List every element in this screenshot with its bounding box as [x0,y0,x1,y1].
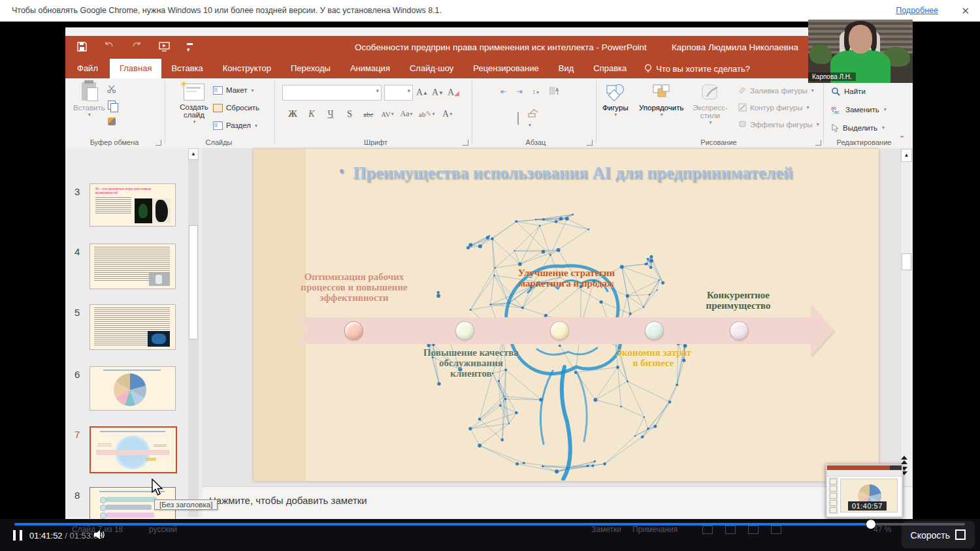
decrease-indent-button[interactable]: ⇤ [500,87,506,96]
paragraph-group-label: Абзац [477,138,595,146]
shape-fill-button[interactable]: Заливка фигуры▾ [738,84,819,97]
font-dialog-launcher[interactable] [463,140,468,146]
cut-button[interactable] [106,84,118,94]
thumb3-image-rabbit [135,198,152,223]
reset-button[interactable]: Сбросить [213,101,259,114]
status-language: русский [149,525,177,534]
tab-animations[interactable]: Анимация [340,59,400,78]
notification-details-link[interactable]: Подробнее [896,0,938,22]
thumbnail-scrollbar[interactable]: ▲ [188,148,199,517]
columns-button[interactable] [517,113,519,125]
account-name[interactable]: Карпова Людмила Николаевна [672,36,798,59]
replace-button[interactable]: abacЗаменить▾ [831,102,887,116]
select-button[interactable]: Выделить▾ [831,121,887,134]
collapse-ribbon-icon[interactable]: ⌃ [899,134,905,143]
lightbulb-icon [644,64,652,74]
scroll-up-icon[interactable]: ▲ [901,149,912,162]
powerpoint-window: ▬▾ Особенности предприн права применения… [65,27,913,519]
increase-font-button[interactable]: A▲ [416,86,429,100]
shapes-button[interactable]: Фигуры ▾ [602,84,629,118]
thumbnail-scrollbar-thumb[interactable] [189,225,198,339]
save-icon[interactable] [77,42,87,52]
format-painter-button[interactable] [106,116,118,127]
clear-formatting-button[interactable]: A◢ [447,86,460,100]
tab-review[interactable]: Рецензирование [463,59,548,78]
slide-number: 8 [74,490,80,501]
pause-button[interactable] [13,530,22,541]
tab-slideshow[interactable]: Слайд-шоу [400,59,463,78]
pip-ribbon [827,470,902,477]
text-shadow-button[interactable]: S [343,107,356,121]
find-button[interactable]: Найти [831,84,887,98]
view-normal-icon [702,526,713,534]
shape-effects-button[interactable]: Эффекты фигуры▾ [738,118,819,131]
smartart-button[interactable]: ▾ [528,108,540,129]
slide-thumbnail-5[interactable] [90,304,176,350]
highlight-button[interactable]: ab✎▾ [419,107,435,121]
character-spacing-button[interactable]: AV▾ [381,107,394,121]
arrange-button[interactable]: Упорядочить ▾ [639,84,683,118]
section-icon [213,121,223,130]
svg-text:A: A [555,87,559,93]
section-button[interactable]: Раздел▾ [213,119,259,132]
strikethrough-button[interactable]: abc [362,107,375,121]
fullscreen-icon[interactable] [955,529,966,540]
font-color-button[interactable]: А▾ [441,107,454,121]
change-case-button[interactable]: Aa▾ [400,107,413,121]
font-size-combo[interactable] [384,85,413,101]
tab-help[interactable]: Справка [583,59,636,78]
scroll-up-icon[interactable]: ▲ [188,148,199,160]
tab-transitions[interactable]: Переходы [281,59,340,78]
thumb6-pie-chart [114,373,146,406]
notes-pane[interactable]: Нажмите, чтобы добавить заметки [203,486,913,518]
speed-button[interactable]: Скорость [911,530,950,541]
volume-icon[interactable] [93,529,105,540]
customize-qat-icon[interactable]: ▬▾ [187,40,193,53]
slide-thumbnail-3[interactable]: AI – это кроличья нора или новые возможн… [90,183,176,227]
slide-thumbnail-6[interactable] [90,366,176,411]
slide-title: •Преимущества использования AI для предп… [253,163,879,183]
seek-handle[interactable] [866,520,875,529]
decrease-font-button[interactable]: A▼ [431,86,444,100]
slide-scrollbar-thumb[interactable] [902,253,911,270]
bold-button[interactable]: Ж [286,107,299,121]
layout-button[interactable]: Макет▾ [213,84,259,97]
new-slide-button[interactable]: ✳ Создать слайд ▾ [174,84,214,125]
redo-icon[interactable] [131,42,142,51]
text-direction-button[interactable]: A [549,86,559,97]
tab-insert[interactable]: Вставка [161,59,212,78]
undo-icon[interactable] [104,42,114,51]
slide-number-selected: 7 [74,429,80,440]
clipboard-icon [82,82,96,101]
underline-button[interactable]: Ч [324,107,337,121]
close-icon[interactable]: ✕ [961,0,970,22]
tell-me-box[interactable]: Что вы хотите сделать? [636,59,758,78]
tab-home[interactable]: Главная [110,59,161,78]
line-spacing-button[interactable]: ↕▾ [532,87,539,95]
seek-bar[interactable] [14,523,965,526]
quick-styles-button[interactable]: Экспресс-стили ▾ [689,84,731,125]
tab-file[interactable]: Файл [65,59,110,78]
pip-thumbnail-column [828,477,838,514]
thumb4-image [149,273,170,286]
shape-outline-button[interactable]: Контур фигуры▾ [738,101,819,114]
start-slideshow-icon[interactable] [159,42,170,52]
copy-button[interactable] [106,100,118,110]
increase-indent-button[interactable]: ⇥ [516,87,522,96]
italic-button[interactable]: К [305,107,318,121]
slide-thumbnail-4[interactable] [90,244,176,289]
tab-design[interactable]: Конструктор [213,59,281,78]
clipboard-dialog-launcher[interactable] [155,140,161,146]
slide-canvas[interactable]: •Преимущества использования AI для предп… [253,149,879,481]
view-slideshow-icon [771,526,781,534]
scissors-icon [107,85,116,93]
slide-thumbnail-7-selected[interactable] [90,426,177,473]
slide-scrollbar[interactable]: ▲ [900,149,912,486]
editing-group-label: Редактирование [820,138,908,146]
font-name-combo[interactable] [282,85,382,101]
tab-view[interactable]: Вид [549,59,584,78]
paste-button[interactable]: Вставить ▾ [73,82,105,118]
previous-slide-button[interactable] [901,456,907,464]
paragraph-dialog-launcher[interactable] [587,140,593,146]
label-top-mid: Улучшение стратегии маркетинга и продаж [517,268,615,289]
